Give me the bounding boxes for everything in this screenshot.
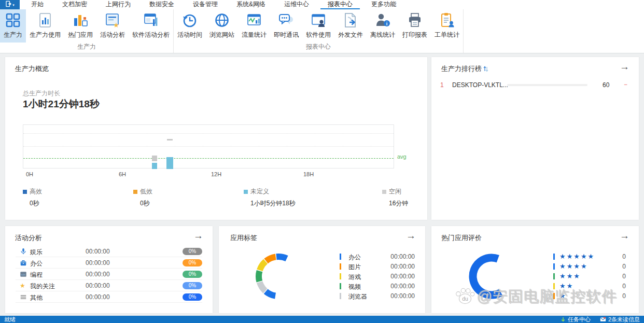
list-item-other[interactable]: 其他 00:00:00 0% — [16, 291, 202, 303]
envelope-icon — [600, 317, 606, 322]
exit-door-icon — [5, 0, 12, 9]
app-window: ▾ 开始 文档加密 上网行为 数据安全 设备管理 系统&网络 运维中心 报表中心… — [0, 0, 644, 323]
unread-messages-button[interactable]: 2条未读信息 — [600, 316, 640, 323]
app-tags-donut-chart — [253, 250, 304, 302]
ribbon-button-software-usage[interactable]: 软件使用 — [302, 9, 334, 43]
user-info-icon: i — [374, 12, 391, 29]
rating-row-2-stars[interactable]: ★★ 0 — [553, 282, 626, 291]
briefcase-icon — [20, 259, 27, 266]
file-export-icon — [342, 12, 359, 29]
chart-bar-8h-idle — [152, 156, 157, 161]
list-item-entertainment[interactable]: 娱乐 00:00:00 0% — [16, 246, 202, 257]
menu-tab-device-management[interactable]: 设备管理 — [186, 0, 225, 9]
arrow-right-icon[interactable]: → — [406, 230, 416, 242]
donut-segment-video — [259, 271, 259, 282]
app-menu-button[interactable]: ▾ — [0, 0, 20, 9]
rating-row-1-star[interactable]: ★ 0 — [553, 291, 626, 301]
star-icon: ★ — [20, 282, 27, 289]
list-item-programming[interactable]: </> 编程 00:00:00 0% — [16, 269, 202, 280]
menu-tab-start[interactable]: 开始 — [24, 0, 51, 9]
ranking-row[interactable]: 1 DESKTOP-VLKTL... 60 − — [431, 79, 639, 91]
svg-text:★: ★ — [113, 21, 119, 29]
x-axis-tick: 18H — [303, 171, 314, 177]
menu-tab-system-network[interactable]: 系统&网络 — [229, 0, 273, 9]
list-item-office[interactable]: 办公 00:00:00 0% — [16, 257, 202, 269]
ribbon-button-top-apps[interactable]: 热门应用 — [64, 9, 96, 43]
legend-swatch — [382, 190, 386, 194]
legend-item-idle: 空闲 16分钟 — [382, 187, 408, 208]
ribbon-button-software-activity-analysis[interactable]: 软件活动分析 — [129, 9, 173, 43]
percent-badge: 0% — [183, 293, 202, 301]
ribbon-button-offline-stats[interactable]: i 离线统计 — [367, 9, 399, 43]
panel-productivity-overview: 生产力概览 总生产力时长 1小时21分钟18秒 avg 0H 6H 12H 18… — [5, 57, 427, 220]
legend-row-video[interactable]: 视频 00:00:00 — [340, 282, 415, 291]
legend-tick — [553, 263, 555, 270]
ribbon-button-activity-analysis[interactable]: ★ 活动分析 — [96, 9, 129, 43]
sort-icon[interactable] — [483, 65, 488, 71]
x-axis-tick: 0H — [26, 171, 33, 177]
donut-arc-ratings — [473, 258, 501, 295]
menu-tab-data-security[interactable]: 数据安全 — [142, 0, 181, 9]
ribbon-button-print-report[interactable]: 打印报表 — [399, 9, 431, 43]
legend-row-office[interactable]: 办公 00:00:00 — [340, 252, 415, 262]
ribbon-button-outgoing-files[interactable]: 外发文件 — [334, 9, 367, 43]
panel-title: 生产力排行榜 — [441, 64, 482, 74]
ribbon-button-traffic-stats[interactable]: 流量统计 — [238, 9, 270, 43]
legend-tick — [553, 273, 555, 279]
printer-icon — [407, 12, 423, 29]
ribbon-button-browse-websites[interactable]: 浏览网站 — [206, 9, 238, 43]
panel-title: 应用标签 — [230, 233, 257, 243]
panel-activity-analysis: 活动分析 → 娱乐 00:00:00 0% 办公 00:00:00 0% </> — [5, 226, 213, 313]
computer-name: DESKTOP-VLKTL... — [452, 81, 508, 89]
legend-row-games[interactable]: 游戏 00:00:00 — [340, 272, 415, 282]
dashboard-content: 生产力概览 总生产力时长 1小时21分钟18秒 avg 0H 6H 12H 18… — [0, 53, 644, 316]
star-rating: ★ — [559, 292, 567, 300]
menu-tab-ops-center[interactable]: 运维中心 — [277, 0, 316, 9]
ribbon-button-instant-messaging[interactable]: 即时通讯 — [270, 9, 302, 43]
total-productivity-value: 1小时21分钟18秒 — [23, 97, 100, 111]
panel-app-tags: 应用标签 → 办公 00:00:00 — [219, 226, 425, 313]
progress-bar — [507, 84, 587, 86]
panel-productivity-ranking: 生产力排行榜 → 1 DESKTOP-VLKTL... 60 − — [431, 57, 639, 220]
history-clock-icon — [181, 12, 198, 29]
legend-tick — [553, 293, 555, 299]
svg-text:</>: </> — [21, 273, 26, 276]
menu-tab-report-center[interactable]: 报表中心 — [320, 0, 360, 9]
legend-item-efficient: 高效 0秒 — [23, 187, 42, 208]
ribbon-button-activity-time[interactable]: 活动时间 — [174, 9, 206, 43]
bar-chart-icon — [72, 12, 89, 29]
legend-tick — [340, 293, 341, 299]
legend-row-pictures[interactable]: 图片 00:00:00 — [340, 262, 415, 272]
ribbon-button-productivity[interactable]: 生产力 — [0, 9, 26, 43]
menu-bar: ▾ 开始 文档加密 上网行为 数据安全 设备管理 系统&网络 运维中心 报表中心… — [0, 0, 644, 9]
ribbon-button-productivity-usage[interactable]: 生产力使用 — [26, 9, 64, 43]
caret-down-icon: ▾ — [12, 3, 15, 7]
rating-row-5-stars[interactable]: ★★★★★ 0 — [553, 252, 626, 262]
arrow-right-icon[interactable]: → — [620, 61, 629, 73]
ribbon-group-report-center: 活动时间 浏览网站 流量统计 即时通讯 软件使用 — [174, 9, 464, 53]
svg-text:i: i — [386, 21, 388, 26]
list-item-my-focus[interactable]: ★ 我的关注 00:00:00 0% — [16, 280, 202, 291]
task-center-button[interactable]: 任务中心 — [561, 316, 591, 323]
percent-badge: 0% — [183, 248, 202, 255]
donut-segment-office-2 — [266, 291, 275, 296]
rating-row-4-stars[interactable]: ★★★★ 0 — [553, 262, 626, 272]
legend-tick — [553, 283, 555, 289]
chart-bar-8h-undefined — [152, 163, 157, 169]
app-rating-legend: ★★★★★ 0 ★★★★ 0 ★★★ 0 ★★ 0 — [553, 252, 626, 301]
menu-tab-internet-behavior[interactable]: 上网行为 — [99, 0, 138, 9]
window-bars-icon — [143, 12, 159, 29]
legend-row-browser[interactable]: 浏览器 00:00:00 — [340, 291, 415, 301]
legend-item-inefficient: 低效 0秒 — [133, 187, 152, 208]
menu-tab-more-features[interactable]: 更多功能 — [364, 0, 403, 9]
star-rating: ★★ — [559, 282, 573, 290]
legend-tick — [553, 254, 555, 260]
rating-row-3-stars[interactable]: ★★★ 0 — [553, 272, 626, 282]
arrow-right-icon[interactable]: → — [620, 230, 629, 242]
legend-swatch — [133, 190, 137, 194]
ribbon-button-work-order-stats[interactable]: 工单统计 — [431, 9, 463, 43]
panel-title: 活动分析 — [15, 233, 42, 243]
arrow-right-icon[interactable]: → — [193, 230, 203, 242]
total-productivity-label: 总生产力时长 — [23, 89, 60, 98]
menu-tab-doc-encryption[interactable]: 文档加密 — [55, 0, 94, 9]
